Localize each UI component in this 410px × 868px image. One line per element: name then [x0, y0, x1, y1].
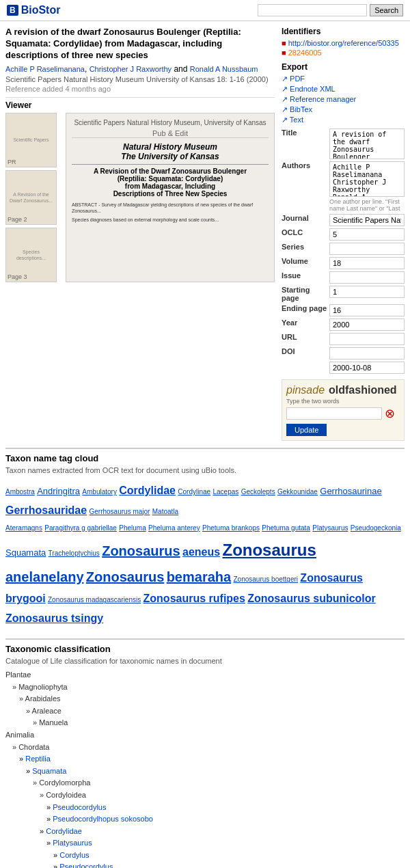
meta-input-url[interactable] [329, 333, 405, 345]
meta-label-url: URL [282, 333, 329, 341]
search-input[interactable] [258, 4, 367, 16]
tag-zonosaurus-boettgeri[interactable]: Zonosaurus boettgeri [234, 575, 299, 583]
tag-madagascariensis[interactable]: Zonosaurus madagascariensis [48, 596, 141, 603]
meta-label-journal: Journal [282, 214, 329, 222]
tag-zonosaurus-bemaraha[interactable]: Zonosaurus [86, 569, 164, 584]
tag-phetuma-gutata[interactable]: Phetuma gutata [262, 524, 310, 532]
update-button[interactable]: Update [286, 424, 327, 436]
tax-link-reptilia[interactable]: Reptilia [25, 755, 51, 763]
page-thumb-3[interactable]: Species descriptions... Page 3 [5, 228, 57, 282]
tax-link-pseudocordylhopus[interactable]: Pseudocordylhopus sokosobo [53, 815, 153, 823]
tag-zonosaurus-aeneus[interactable]: Zonosaurus [102, 543, 180, 558]
tax-link-cordylidae[interactable]: Cordylidae [46, 827, 82, 835]
tag-gekkounidae[interactable]: Gekkounidae [277, 488, 318, 496]
tag-cordylidae[interactable]: Cordylidae [119, 485, 176, 496]
tag-bemaraha[interactable]: bemaraha [167, 569, 232, 584]
meta-input-series[interactable] [329, 243, 405, 255]
tag-ambostra[interactable]: Ambostra [5, 488, 35, 496]
meta-input-authors[interactable]: Achille P Raselimanana Christopher J Rax… [329, 161, 405, 197]
export-endnote[interactable]: Endnote XML [282, 85, 405, 94]
tag-pseudogeckonia[interactable]: Pseudogeckonia [351, 524, 401, 532]
meta-input-issue[interactable] [329, 271, 405, 284]
tax-link-cordylus[interactable]: Cordylus [59, 851, 89, 859]
page-content-body: ABSTRACT - Survey of Madagascar yielding… [72, 202, 269, 223]
tag-platysaurus[interactable]: Platysaurus [312, 524, 348, 532]
tax-class-subtitle: Catalogue of Life classification for tax… [5, 657, 405, 665]
tag-pheluma-anterey[interactable]: Pheluma anterey [148, 524, 200, 532]
logo-text: BioStor [21, 4, 61, 16]
author-link-3[interactable]: Ronald A Nussbaum [190, 65, 258, 73]
page-thumb-2[interactable]: A Revision of the Dwarf Zonosaurus... Pa… [5, 170, 57, 225]
captcha-area: pinsade oldfashioned Type the two words … [282, 379, 405, 441]
tag-ateramagns[interactable]: Ateramagns [5, 524, 42, 532]
meta-input-end[interactable] [329, 304, 405, 316]
search-button[interactable]: Search [370, 4, 403, 16]
tag-andringitra[interactable]: Andringitra [37, 486, 80, 496]
tag-geckolepts[interactable]: Geckolepts [241, 488, 275, 496]
export-ref-manager[interactable]: Reference manager [282, 95, 405, 104]
tag-rufipes[interactable]: Zonosaurus rufipes [144, 593, 245, 604]
tag-tsingy[interactable]: Zonosaurus tsingy [5, 612, 103, 624]
tag-ambulatory[interactable]: Ambulatory [82, 488, 117, 496]
tag-pheluma[interactable]: Pheluma [119, 524, 146, 532]
viewer-area: Scientific Papers PR A Revision of the D… [5, 113, 275, 282]
site-logo: B BioStor [7, 4, 60, 16]
meta-row-start: Starting page [282, 286, 405, 302]
tag-gerrhosauridae[interactable]: Gerrhosauridae [5, 504, 87, 516]
author-link-1[interactable]: Achille P Raselimanana [5, 65, 85, 73]
tag-subunicolor[interactable]: Zonosaurus subunicolor [247, 593, 376, 604]
meta-label-volume: Volume [282, 257, 329, 265]
biostor-url-link[interactable]: http://biostor.org/reference/50335 [282, 39, 405, 47]
meta-input-journal[interactable] [329, 214, 405, 226]
tax-link-platysaurus[interactable]: Platysaurus [53, 839, 92, 847]
right-column: Identifiers http://biostor.org/reference… [282, 27, 405, 441]
meta-row-title: Title A revision of the dwarf Zonosaurus… [282, 128, 405, 159]
export-title: Export [282, 62, 405, 72]
tag-cordylinae[interactable]: Cordylinae [178, 488, 210, 496]
meta-input-oclc[interactable] [329, 228, 405, 241]
captcha-word1: pinsade [286, 384, 325, 396]
tax-link-pseudocordylus[interactable]: Pseudocordylus [53, 803, 106, 811]
export-pdf[interactable]: PDF [282, 74, 405, 83]
tag-zonosaurus-xxl[interactable]: Zonosaurus [222, 541, 316, 559]
captcha-input[interactable] [286, 407, 382, 420]
tag-anelanelany[interactable]: anelanelany [5, 569, 84, 584]
tax-link-squamata[interactable]: Squamata [32, 767, 66, 775]
meta-row-issue: Issue [282, 271, 405, 284]
tag-aeneus[interactable]: aeneus [182, 546, 220, 558]
tag-phetuma-brankops[interactable]: Phetuma brankops [202, 524, 260, 532]
meta-input-doi[interactable] [329, 347, 405, 360]
page-main-title: Natural History MuseumThe University of … [72, 142, 269, 161]
tag-lacepas[interactable]: Lacepas [213, 488, 238, 496]
tag-tracheloptychius[interactable]: Tracheloptychius [49, 550, 100, 557]
meta-input-year[interactable] [329, 318, 405, 331]
page-thumb-1[interactable]: Scientific Papers PR [5, 113, 57, 167]
page-wrapper: B BioStor Search A revision of the dwarf… [0, 0, 410, 868]
tag-gerrhosaurus-major[interactable]: Gerrhosaurus major [90, 508, 150, 515]
tag-paragithyra[interactable]: Paragithyra g gabriellae [44, 524, 117, 532]
meta-row-series: Series [282, 243, 405, 255]
export-text[interactable]: Text [282, 116, 405, 124]
taxon-cloud-title: Taxon name tag cloud [5, 448, 405, 463]
meta-label-oclc: OCLC [282, 228, 329, 236]
meta-label-issue: Issue [282, 271, 329, 280]
meta-input-start[interactable] [329, 286, 405, 298]
tag-matoatla[interactable]: Matoatla [152, 508, 178, 515]
captcha-word2: oldfashioned [329, 384, 397, 396]
meta-row-year: Year [282, 318, 405, 331]
meta-input-volume[interactable] [329, 257, 405, 269]
meta-input-title[interactable]: A revision of the dwarf Zonosaurus Boule… [329, 128, 405, 159]
meta-row-journal: Journal [282, 214, 405, 226]
meta-input-date[interactable] [329, 362, 405, 374]
meta-label-year: Year [282, 318, 329, 327]
tag-gerrhosaurinae[interactable]: Gerrhosaurinae [320, 486, 381, 496]
author-link-2[interactable]: Christopher J Raxworthy [90, 65, 172, 73]
meta-label-doi: DOI [282, 347, 329, 355]
metadata-form: Title A revision of the dwarf Zonosaurus… [282, 128, 405, 374]
identifiers-section: Identifiers http://biostor.org/reference… [282, 27, 405, 57]
meta-label-authors: Authors [282, 161, 329, 169]
export-bibtex[interactable]: BibTex [282, 105, 405, 114]
tax-item: Plantae [5, 669, 405, 681]
tax-link-pseudocordylus2[interactable]: Pseudocordylus [59, 863, 113, 868]
tag-squamata[interactable]: Squamata [5, 547, 46, 558]
